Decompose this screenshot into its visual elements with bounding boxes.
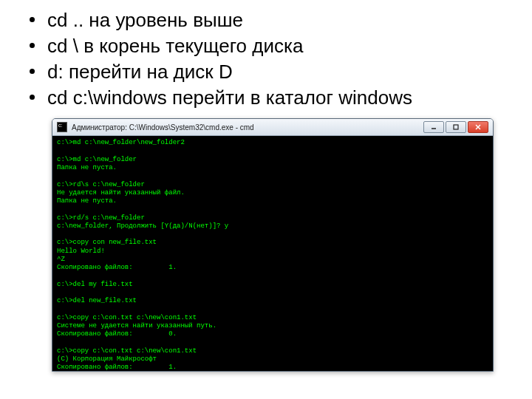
- bullet-item: cd c:\windows перейти в каталог windows: [22, 85, 510, 111]
- command-bullet-list: cd .. на уровень выше cd \ в корень теку…: [22, 7, 510, 111]
- terminal-output[interactable]: c:\>md c:\new_folder\new_folder2 c:\>md …: [52, 136, 493, 371]
- cmd-window: Администратор: C:\Windows\System32\cmd.e…: [52, 118, 494, 372]
- maximize-button[interactable]: [446, 121, 466, 133]
- close-icon: [475, 124, 481, 130]
- minimize-button[interactable]: [423, 121, 444, 133]
- maximize-icon: [453, 124, 459, 130]
- minimize-icon: [431, 125, 437, 129]
- window-title: Администратор: C:\Windows\System32\cmd.e…: [72, 123, 423, 132]
- cmd-icon: [57, 122, 67, 132]
- bullet-item: cd \ в корень текущего диска: [22, 33, 510, 59]
- window-titlebar: Администратор: C:\Windows\System32\cmd.e…: [52, 119, 493, 136]
- window-controls: [423, 121, 488, 133]
- bullet-item: cd .. на уровень выше: [22, 7, 510, 33]
- svg-rect-1: [454, 125, 458, 129]
- bullet-item: d: перейти на диск D: [22, 59, 510, 85]
- close-button[interactable]: [468, 121, 488, 133]
